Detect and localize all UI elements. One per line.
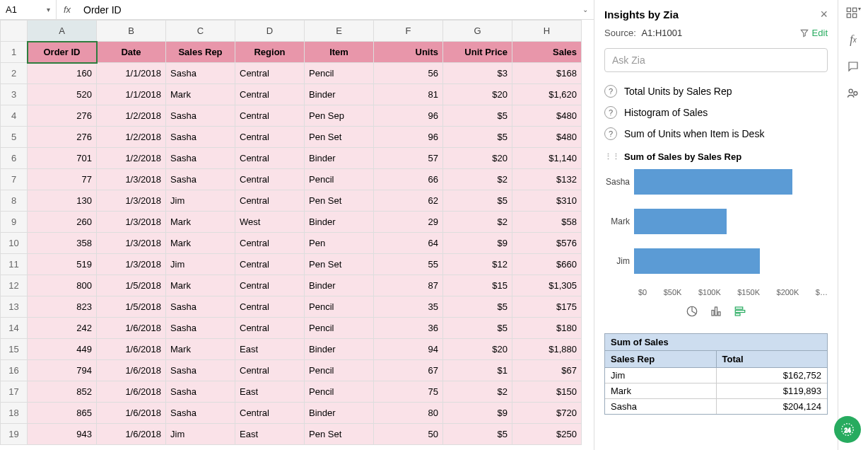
cell[interactable]: Pencil [305, 381, 374, 403]
row-header[interactable]: 8 [1, 190, 28, 212]
cell[interactable]: 130 [28, 190, 97, 212]
cell[interactable]: 358 [28, 233, 97, 254]
cell[interactable]: $15 [443, 275, 512, 296]
cell[interactable]: 96 [374, 105, 443, 127]
cell[interactable]: Mark [166, 233, 235, 254]
cell[interactable]: $660 [512, 254, 582, 275]
cell[interactable]: $5 [443, 318, 512, 339]
cell[interactable]: $1 [443, 360, 512, 381]
cell[interactable]: $576 [512, 233, 582, 254]
suggestion-item[interactable]: ?Total Units by Sales Rep [594, 81, 838, 102]
chat-icon[interactable] [845, 58, 862, 75]
col-header[interactable]: C [166, 21, 235, 42]
row-header[interactable]: 12 [1, 275, 28, 296]
pie-chart-icon[interactable] [684, 304, 700, 319]
cell[interactable]: Mark [166, 339, 235, 360]
header-cell[interactable]: Date [97, 42, 166, 63]
cell[interactable]: Sasha [166, 296, 235, 318]
cell[interactable]: 519 [28, 254, 97, 275]
cell[interactable]: $480 [512, 127, 582, 148]
edit-link[interactable]: Edit [799, 28, 828, 38]
cell[interactable]: Central [235, 254, 305, 275]
cell[interactable]: 57 [374, 148, 443, 169]
cell[interactable]: Pen Set [305, 127, 374, 148]
cell[interactable]: Central [235, 105, 305, 127]
cell[interactable]: 1/2/2018 [97, 148, 166, 169]
cell[interactable]: Central [235, 296, 305, 318]
cell[interactable]: East [235, 424, 305, 445]
cell[interactable]: Mark [166, 84, 235, 105]
cell[interactable]: $9 [443, 403, 512, 424]
cell[interactable]: $1,880 [512, 339, 582, 360]
cell[interactable]: $3 [443, 63, 512, 84]
cell[interactable]: Pen Set [305, 190, 374, 212]
header-cell[interactable]: Unit Price [443, 42, 512, 63]
cell[interactable]: 1/6/2018 [97, 403, 166, 424]
suggestion-item[interactable]: ?Sum of Units when Item is Desk [594, 123, 838, 144]
cell[interactable]: Binder [305, 212, 374, 233]
cell[interactable]: 1/3/2018 [97, 190, 166, 212]
col-header[interactable]: F [374, 21, 443, 42]
cell[interactable]: $1,305 [512, 275, 582, 296]
row-header[interactable]: 4 [1, 105, 28, 127]
cell[interactable]: 36 [374, 318, 443, 339]
cell[interactable]: $168 [512, 63, 582, 84]
cell[interactable]: Central [235, 190, 305, 212]
cell[interactable]: $150 [512, 381, 582, 403]
cell[interactable]: Pencil [305, 318, 374, 339]
row-header[interactable]: 10 [1, 233, 28, 254]
row-header[interactable]: 13 [1, 296, 28, 318]
cell[interactable]: Central [235, 360, 305, 381]
cell[interactable]: $720 [512, 403, 582, 424]
cell[interactable]: Central [235, 63, 305, 84]
cell[interactable]: $480 [512, 105, 582, 127]
cell[interactable]: $1,140 [512, 148, 582, 169]
pivot-row[interactable]: Jim$162,752 [605, 368, 827, 383]
cell[interactable]: 35 [374, 296, 443, 318]
row-header[interactable]: 19 [1, 424, 28, 445]
col-header[interactable]: B [97, 21, 166, 42]
cell[interactable]: Pen Sep [305, 105, 374, 127]
fx-label[interactable]: fx [57, 4, 78, 15]
cell[interactable]: 67 [374, 360, 443, 381]
cell[interactable]: 55 [374, 254, 443, 275]
cell[interactable]: 794 [28, 360, 97, 381]
help-fab[interactable]: 24 [834, 416, 861, 443]
pivot-row[interactable]: Mark$119,893 [605, 383, 827, 399]
suggestion-item[interactable]: ?Histogram of Sales [594, 102, 838, 123]
cell[interactable]: 56 [374, 63, 443, 84]
row-header[interactable]: 14 [1, 318, 28, 339]
cell[interactable]: 1/3/2018 [97, 233, 166, 254]
cell[interactable]: Sasha [166, 63, 235, 84]
header-cell[interactable]: Region [235, 42, 305, 63]
row-header[interactable]: 7 [1, 169, 28, 190]
cell[interactable]: $310 [512, 190, 582, 212]
cell[interactable]: 1/1/2018 [97, 63, 166, 84]
row-header[interactable]: 9 [1, 212, 28, 233]
fx-icon[interactable]: fx [845, 31, 862, 48]
cell-reference-box[interactable]: A1 ▾ [0, 0, 57, 19]
cell[interactable]: $175 [512, 296, 582, 318]
drag-grip-icon[interactable]: ⋮⋮ [604, 152, 620, 161]
cell[interactable]: 80 [374, 403, 443, 424]
spreadsheet-grid[interactable]: ABCDEFGH1Order IDDateSales RepRegionItem… [0, 20, 594, 450]
cell[interactable]: Pen [305, 233, 374, 254]
cell[interactable]: $250 [512, 424, 582, 445]
cell[interactable]: West [235, 212, 305, 233]
cell[interactable]: 1/1/2018 [97, 84, 166, 105]
cell[interactable]: 1/3/2018 [97, 212, 166, 233]
cell[interactable]: $20 [443, 84, 512, 105]
cell[interactable]: Jim [166, 424, 235, 445]
grid-icon[interactable]: ▾ [845, 4, 862, 21]
cell[interactable]: 94 [374, 339, 443, 360]
col-header[interactable]: D [235, 21, 305, 42]
cell[interactable]: $5 [443, 190, 512, 212]
cell[interactable]: 1/6/2018 [97, 318, 166, 339]
cell[interactable]: $5 [443, 296, 512, 318]
cell[interactable]: Pen Set [305, 424, 374, 445]
row-header[interactable]: 17 [1, 381, 28, 403]
cell[interactable]: East [235, 339, 305, 360]
cell[interactable]: 87 [374, 275, 443, 296]
cell[interactable]: $5 [443, 105, 512, 127]
cell[interactable]: 852 [28, 381, 97, 403]
